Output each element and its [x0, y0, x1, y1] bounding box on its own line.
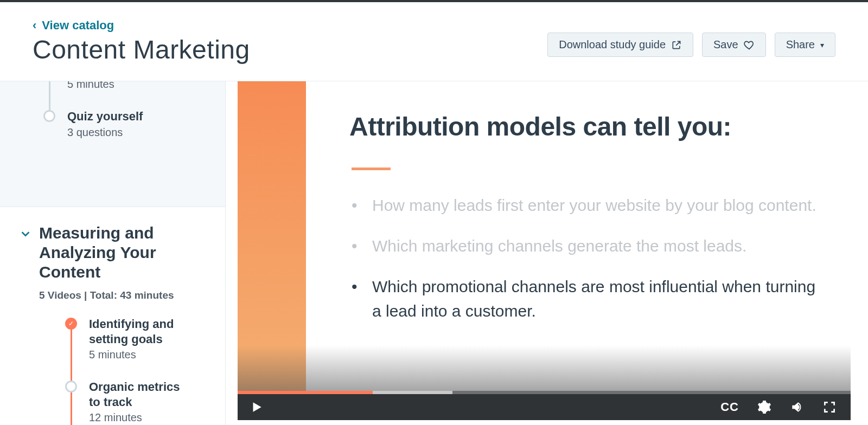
back-link-label: View catalog: [42, 18, 114, 33]
sidebar-item-subtitle: 5 minutes: [67, 81, 114, 91]
progress-marker-icon: [65, 381, 77, 392]
sidebar-item-identifying-goals[interactable]: Identifying and setting goals 5 minutes: [22, 317, 209, 361]
slide-content: Attribution models can tell you: How man…: [349, 112, 829, 339]
volume-icon: [790, 400, 804, 414]
settings-button[interactable]: [757, 400, 771, 414]
download-label: Download study guide: [559, 38, 666, 51]
sidebar-section-measuring: Measuring and Analyzing Your Content 5 V…: [0, 207, 225, 425]
sidebar-item-subtitle: 5 minutes: [89, 349, 193, 361]
back-to-catalog-link[interactable]: ‹ View catalog: [33, 18, 250, 33]
volume-button[interactable]: [790, 400, 804, 414]
download-study-guide-button[interactable]: Download study guide: [547, 33, 693, 57]
slide-bullet: Which marketing channels generate the mo…: [369, 234, 829, 258]
heart-icon: [744, 40, 755, 50]
sidebar-item-title: Organic metrics to track: [89, 379, 193, 409]
sidebar-item-subtitle: 3 questions: [67, 126, 143, 139]
slide-bullet-list: How many leads first enter your website …: [349, 193, 829, 323]
sidebar-item-quiz[interactable]: Quiz yourself 3 questions: [0, 109, 225, 139]
page-header: ‹ View catalog Content Marketing Downloa…: [0, 2, 868, 81]
video-player[interactable]: Attribution models can tell you: How man…: [238, 81, 851, 420]
section-title: Measuring and Analyzing Your Content: [39, 223, 202, 282]
main-content: 5 minutes Quiz yourself 3 questions Meas…: [0, 81, 868, 425]
slide-bullet: How many leads first enter your website …: [369, 193, 829, 217]
external-link-icon: [671, 40, 682, 50]
play-icon: [250, 400, 264, 414]
play-button[interactable]: [250, 400, 264, 414]
share-button[interactable]: Share ▾: [775, 33, 835, 57]
video-controls: CC: [238, 394, 851, 420]
sidebar-item-prev-video[interactable]: 5 minutes: [0, 81, 225, 91]
fullscreen-icon: [822, 400, 837, 414]
section-meta: 5 Videos | Total: 43 minutes: [39, 289, 209, 301]
share-label: Share: [786, 38, 815, 51]
progress-marker-icon: [43, 110, 55, 122]
sidebar-item-organic-metrics[interactable]: Organic metrics to track 12 minutes: [22, 379, 209, 424]
video-bottom-gradient: [238, 345, 851, 394]
slide-bullet: Which promotional channels are most infl…: [369, 274, 829, 323]
fullscreen-button[interactable]: [822, 400, 837, 414]
slide-underline-accent: [352, 168, 391, 170]
lesson-sidebar: 5 minutes Quiz yourself 3 questions Meas…: [0, 81, 226, 425]
progress-marker-done-icon: [65, 318, 77, 330]
chevron-down-icon: [20, 228, 31, 240]
sidebar-item-title: Quiz yourself: [67, 109, 143, 124]
caret-down-icon: ▾: [820, 41, 824, 49]
chevron-left-icon: ‹: [33, 18, 36, 33]
slide-title: Attribution models can tell you:: [349, 112, 829, 141]
sidebar-item-subtitle: 12 minutes: [89, 411, 193, 424]
sidebar-item-title: Identifying and setting goals: [89, 317, 193, 346]
closed-captions-button[interactable]: CC: [720, 400, 739, 414]
video-panel: Attribution models can tell you: How man…: [226, 81, 868, 425]
save-button[interactable]: Save: [702, 33, 766, 57]
section-toggle[interactable]: Measuring and Analyzing Your Content: [20, 223, 209, 282]
cc-label: CC: [720, 400, 739, 414]
gear-icon: [757, 400, 771, 414]
save-label: Save: [713, 38, 738, 51]
page-title: Content Marketing: [33, 35, 250, 65]
